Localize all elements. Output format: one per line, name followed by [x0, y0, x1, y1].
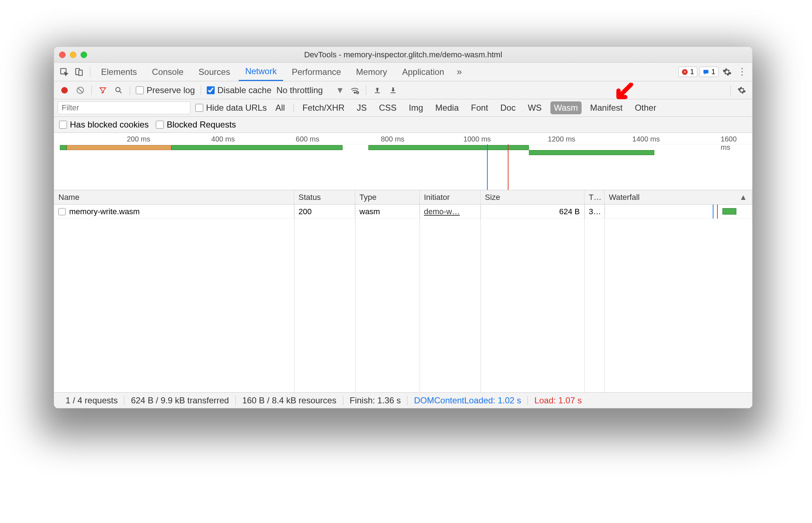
- filter-input[interactable]: [58, 101, 190, 114]
- tab-console[interactable]: Console: [145, 63, 190, 81]
- status-finish: Finish: 1.36 s: [343, 395, 407, 406]
- tab-memory[interactable]: Memory: [350, 63, 394, 81]
- type-wasm[interactable]: Wasm: [550, 101, 582, 114]
- col-time[interactable]: T…: [584, 190, 605, 204]
- disable-cache-checkbox[interactable]: Disable cache: [207, 85, 272, 95]
- tab-network[interactable]: Network: [239, 63, 283, 81]
- request-name: memory-write.wasm: [69, 207, 140, 216]
- row-checkbox[interactable]: [58, 208, 66, 215]
- tab-performance[interactable]: Performance: [285, 63, 347, 81]
- tab-application[interactable]: Application: [396, 63, 450, 81]
- error-icon: ×: [682, 69, 688, 75]
- col-status[interactable]: Status: [294, 190, 355, 204]
- cell-initiator: demo-w…: [420, 205, 481, 219]
- inspect-element-icon[interactable]: [58, 66, 71, 78]
- network-overview[interactable]: 200 ms 400 ms 600 ms 800 ms 1000 ms 1200…: [54, 133, 752, 190]
- cell-waterfall: [605, 205, 752, 219]
- table-header: Name Status Type Initiator Size T… Water…: [54, 190, 752, 205]
- svg-text:×: ×: [683, 69, 686, 75]
- preserve-log-checkbox[interactable]: Preserve log: [136, 85, 195, 95]
- svg-rect-12: [391, 92, 396, 93]
- hide-data-urls-label: Hide data URLs: [206, 103, 267, 113]
- kebab-menu-icon[interactable]: ⋮: [736, 66, 749, 78]
- overview-bar: [171, 145, 342, 150]
- type-all[interactable]: All: [272, 101, 288, 114]
- overview-bars: [54, 145, 752, 156]
- svg-point-8: [116, 87, 120, 92]
- wf-dcl-line: [713, 205, 713, 219]
- separator: [201, 86, 201, 95]
- messages-badge[interactable]: 1: [699, 67, 718, 77]
- dropdown-triangle-icon: ▼: [336, 85, 344, 95]
- separator: [91, 86, 92, 95]
- record-button[interactable]: [59, 85, 70, 96]
- type-css[interactable]: CSS: [375, 101, 400, 114]
- errors-badge[interactable]: × 1: [678, 67, 697, 77]
- col-waterfall-label: Waterfall: [609, 193, 640, 202]
- message-icon: [703, 69, 709, 75]
- status-load: Load: 1.07 s: [528, 395, 588, 406]
- col-type[interactable]: Type: [355, 190, 420, 204]
- filter-bar: Hide data URLs All Fetch/XHR JS CSS Img …: [54, 99, 752, 117]
- hide-data-urls-checkbox[interactable]: Hide data URLs: [195, 103, 267, 113]
- network-conditions-icon[interactable]: [349, 85, 360, 96]
- blocked-cookies-checkbox[interactable]: Has blocked cookies: [59, 120, 149, 130]
- initiator-link[interactable]: demo-w…: [424, 207, 460, 216]
- col-name[interactable]: Name: [54, 190, 294, 204]
- overview-bar: [67, 145, 171, 150]
- more-tabs-icon[interactable]: »: [453, 66, 466, 78]
- svg-rect-11: [375, 92, 380, 93]
- col-initiator[interactable]: Initiator: [420, 190, 481, 204]
- blocked-requests-checkbox[interactable]: Blocked Requests: [156, 120, 236, 130]
- cell-status: 200: [294, 205, 355, 219]
- network-settings-icon[interactable]: [736, 85, 747, 96]
- status-requests: 1 / 4 requests: [59, 395, 124, 406]
- requests-table: Name Status Type Initiator Size T… Water…: [54, 190, 752, 392]
- type-fetchxhr[interactable]: Fetch/XHR: [299, 101, 348, 114]
- disable-cache-label: Disable cache: [218, 85, 272, 95]
- tick: 200 ms: [127, 135, 151, 143]
- type-media[interactable]: Media: [432, 101, 462, 114]
- separator: [730, 86, 731, 95]
- errors-count: 1: [690, 68, 694, 76]
- settings-icon[interactable]: [721, 66, 734, 78]
- type-doc[interactable]: Doc: [497, 101, 519, 114]
- filter-toggle-icon[interactable]: [97, 85, 108, 96]
- type-other[interactable]: Other: [631, 101, 660, 114]
- col-size[interactable]: Size: [481, 190, 584, 204]
- tick: 1200 ms: [548, 135, 575, 143]
- table-body: memory-write.wasm 200 wasm demo-w… 624 B…: [54, 205, 752, 392]
- tab-sources[interactable]: Sources: [192, 63, 237, 81]
- status-dcl: DOMContentLoaded: 1.02 s: [407, 395, 527, 406]
- clear-button[interactable]: [75, 85, 86, 96]
- cell-time: 3…: [584, 205, 605, 219]
- device-toggle-icon[interactable]: [73, 66, 86, 78]
- table-row[interactable]: memory-write.wasm 200 wasm demo-w… 624 B…: [54, 205, 752, 219]
- throttling-value: No throttling: [276, 85, 323, 95]
- upload-har-icon[interactable]: [372, 85, 383, 96]
- blocked-cookies-label: Has blocked cookies: [70, 120, 149, 130]
- separator: [90, 67, 90, 77]
- type-img[interactable]: Img: [405, 101, 427, 114]
- type-js[interactable]: JS: [353, 101, 370, 114]
- svg-rect-2: [79, 70, 82, 75]
- tab-elements[interactable]: Elements: [95, 63, 143, 81]
- separator: [293, 104, 294, 112]
- network-toolbar: Preserve log Disable cache No throttling…: [54, 81, 752, 99]
- overview-ruler: 200 ms 400 ms 600 ms 800 ms 1000 ms 1200…: [54, 133, 752, 144]
- col-waterfall[interactable]: Waterfall ▲: [605, 190, 752, 204]
- tick: 600 ms: [296, 135, 319, 143]
- search-icon[interactable]: [113, 85, 124, 96]
- svg-point-6: [61, 87, 68, 93]
- download-har-icon[interactable]: [388, 85, 398, 96]
- wf-bar: [722, 208, 736, 215]
- sort-indicator-icon: ▲: [739, 193, 747, 202]
- tick: 800 ms: [381, 135, 405, 143]
- type-font[interactable]: Font: [467, 101, 492, 114]
- status-resources: 160 B / 8.4 kB resources: [236, 395, 343, 406]
- type-manifest[interactable]: Manifest: [587, 101, 626, 114]
- overview-bar: [60, 145, 67, 150]
- type-ws[interactable]: WS: [524, 101, 545, 114]
- status-transferred: 624 B / 9.9 kB transferred: [124, 395, 235, 406]
- throttling-dropdown[interactable]: No throttling ▼: [276, 85, 344, 95]
